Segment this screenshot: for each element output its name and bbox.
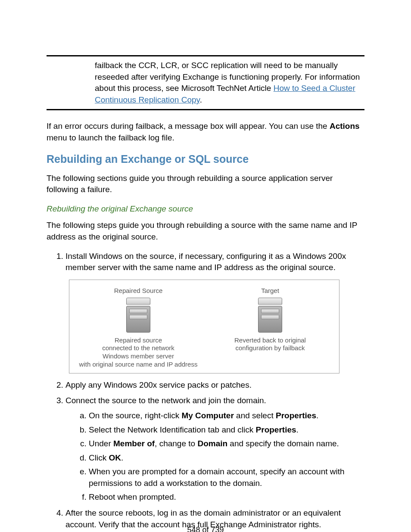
repaired-source-label: Repaired Source xyxy=(114,286,163,295)
step-3f: Reboot when prompted. xyxy=(89,492,364,503)
server-icon xyxy=(258,298,282,333)
subsection-heading: Rebuilding the original Exchange source xyxy=(47,203,364,215)
step-3c: Under Member of, change to Domain and sp… xyxy=(89,438,364,450)
s3a-t3: . xyxy=(316,411,318,420)
left-caption-1: Repaired source connected to the network xyxy=(102,336,174,353)
s3c-b1: Member of xyxy=(113,439,155,448)
s3c-t2: , change to xyxy=(155,439,197,448)
s3b-b1: Properties xyxy=(256,425,296,434)
right-caption: Reverted back to original configuration … xyxy=(234,336,306,353)
s3a-t1: On the source, right-click xyxy=(89,411,181,420)
step-1: Install Windows on the source, if necess… xyxy=(65,251,364,373)
diagram-right-column: Target Reverted back to original configu… xyxy=(206,286,334,370)
actions-bold: Actions xyxy=(330,121,360,131)
step-3b: Select the Network Identification tab an… xyxy=(89,424,364,436)
document-page: failback the CCR, LCR, or SCC replicatio… xyxy=(0,0,411,532)
step-3a: On the source, right-click My Computer a… xyxy=(89,410,364,422)
step-3-text: Connect the source to the network and jo… xyxy=(65,396,266,405)
error-text-2: menu to launch the failback log file. xyxy=(47,133,174,142)
step-3-substeps: On the source, right-click My Computer a… xyxy=(65,410,364,503)
page-number: 548 of 739 xyxy=(0,525,411,532)
target-label: Target xyxy=(261,286,279,295)
step-3d: Click OK. xyxy=(89,452,364,464)
left-caption-2: Windows member server with original sour… xyxy=(79,352,198,369)
s3c-b2: Domain xyxy=(197,439,227,448)
error-text-1: If an error occurs during failback, a me… xyxy=(47,121,330,131)
s3c-t3: and specify the domain name. xyxy=(227,439,339,448)
s3d-b1: OK xyxy=(109,453,121,462)
step-2: Apply any Windows 200x service packs or … xyxy=(65,380,364,391)
step-3: Connect the source to the network and jo… xyxy=(65,395,364,503)
s3b-t1: Select the Network Identification tab an… xyxy=(89,425,256,434)
step-1-text: Install Windows on the source, if necess… xyxy=(65,252,346,272)
s3a-b2: Properties xyxy=(276,411,316,420)
note-callout: failback the CCR, LCR, or SCC replicatio… xyxy=(47,55,364,110)
step-3e: When you are prompted for a domain accou… xyxy=(89,466,364,489)
subsection-intro: The following steps guide you through re… xyxy=(47,220,364,243)
diagram-left-column: Repaired Source Repaired source connecte… xyxy=(75,286,202,370)
error-paragraph: If an error occurs during failback, a me… xyxy=(47,121,364,143)
topology-diagram: Repaired Source Repaired source connecte… xyxy=(69,280,339,373)
s3d-t1: Click xyxy=(89,453,109,462)
section-intro: The following sections guide you through… xyxy=(47,173,364,196)
server-icon xyxy=(126,298,150,333)
s3b-t2: . xyxy=(296,425,299,434)
section-heading: Rebuilding an Exchange or SQL source xyxy=(47,152,364,167)
note-text-suffix: . xyxy=(200,95,202,104)
steps-list: Install Windows on the source, if necess… xyxy=(47,251,364,531)
s3c-t1: Under xyxy=(89,439,113,448)
s3a-t2: and select xyxy=(234,411,276,420)
s3a-b1: My Computer xyxy=(181,411,234,420)
s3d-t2: . xyxy=(121,453,123,462)
